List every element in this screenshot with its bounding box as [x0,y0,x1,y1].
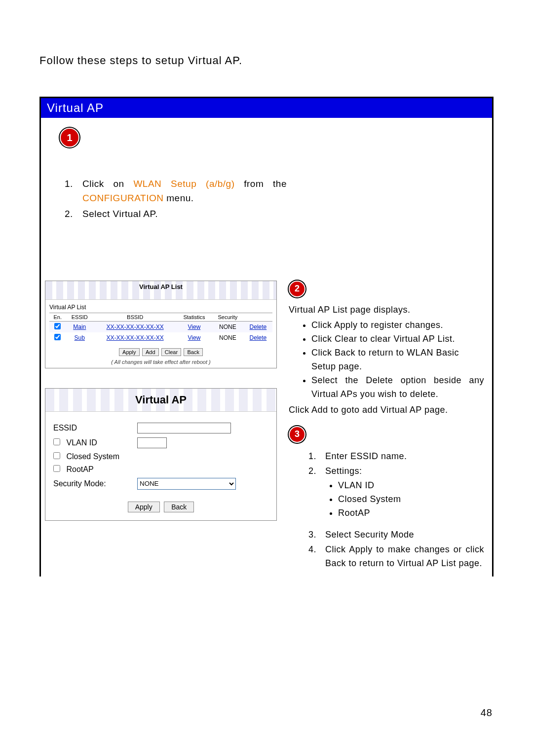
secmode-label: Security Mode: [53,479,137,488]
row0-view-link[interactable]: View [188,324,201,330]
row0-essid-link[interactable]: Main [73,324,86,330]
vap-form-title: Virtual AP [45,389,276,412]
list-back-button[interactable]: Back [184,348,202,356]
r2-bullet: Click Back to return to WLAN Basic Setup… [311,346,484,374]
secmode-select[interactable]: NONE [137,478,236,490]
essid-input[interactable] [137,423,231,433]
row1-enable-checkbox[interactable] [54,334,61,340]
list-add-button[interactable]: Add [142,348,159,356]
vap-list-subtitle: Virtual AP List [49,304,272,311]
th-bssid: BSSID [93,313,177,321]
list-apply-button[interactable]: Apply [119,348,140,356]
r2-tail: Click Add to goto add Virtual AP page. [289,403,484,417]
step-badge-3: 3 [289,426,305,443]
vap-list-panel: Virtual AP List Virtual AP List En. ESSI… [45,281,277,368]
row1-bssid-link[interactable]: XX-XX-XX-XX-XX-XX [107,334,164,341]
th-essid: ESSID [66,313,93,321]
wlan-setup-link: WLAN Setup (a/b/g) [133,179,234,189]
r2-bullet: Click Clear to clear Virtual AP List. [311,332,484,346]
main-box: Virtual AP 1 1. Click on WLAN Setup (a/b… [39,97,494,576]
vap-list-title: Virtual AP List [45,281,276,300]
essid-label: ESSID [53,424,137,432]
row0-security: NONE [212,321,244,332]
box-title: Virtual AP [41,98,492,118]
step1-text: Click on WLAN Setup (a/b/g) from the CON… [82,177,287,205]
th-sec: Security [212,313,244,321]
row0-delete-link[interactable]: Delete [250,324,267,330]
vap-form-panel: Virtual AP ESSID VLAN ID [45,388,277,521]
r3-sub-bullet: Closed System [338,493,484,506]
r2-lead: Virtual AP List page displays. [289,303,484,317]
vap-list-note: ( All changes will take effect after reb… [49,359,272,365]
table-row: Sub XX-XX-XX-XX-XX-XX View NONE Delete [49,332,272,343]
form-apply-button[interactable]: Apply [128,502,160,512]
r3-sub-bullet: VLAN ID [338,479,484,493]
rootap-checkbox[interactable] [53,465,60,472]
step1-num: 1. [65,177,82,205]
closed-checkbox[interactable] [53,452,60,459]
right-block-3: 1.Enter ESSID name. 2.Settings: VLAN ID … [289,450,484,571]
step-badge-1: 1 [60,128,79,147]
rootap-label: RootAP [66,465,93,473]
r3-sub-bullet: RootAP [338,506,484,520]
step2-text: Select Virtual AP. [82,207,158,221]
row1-view-link[interactable]: View [188,334,201,341]
vlan-checkbox[interactable] [53,438,60,445]
form-back-button[interactable]: Back [164,502,194,512]
table-row: Main XX-XX-XX-XX-XX-XX View NONE Delete [49,321,272,332]
row1-delete-link[interactable]: Delete [250,334,267,341]
right-block-2: Virtual AP List page displays. Click App… [289,303,484,417]
vap-table: En. ESSID BSSID Statistics Security Main [49,313,272,343]
steps-block-1: 1. Click on WLAN Setup (a/b/g) from the … [65,177,287,221]
page-number: 48 [481,707,493,719]
th-stat: Statistics [177,313,212,321]
list-clear-button[interactable]: Clear [161,348,181,356]
closed-label: Closed System [66,452,119,461]
vlan-label: VLAN ID [66,438,97,447]
step2-num: 2. [65,207,82,221]
row0-enable-checkbox[interactable] [54,323,61,329]
row1-essid-link[interactable]: Sub [75,334,85,341]
th-en: En. [49,313,66,321]
r2-bullet: Select the Delete option beside any Virt… [311,374,484,401]
th-action [244,313,272,321]
r2-bullet: Click Apply to register changes. [311,319,484,332]
vlan-input[interactable] [137,437,167,448]
step-badge-2: 2 [289,281,305,297]
intro-text: Follow these steps to setup Virtual AP. [39,54,494,67]
row0-bssid-link[interactable]: XX-XX-XX-XX-XX-XX [107,324,164,330]
configuration-link: CONFIGURATION [82,193,163,203]
row1-security: NONE [212,332,244,343]
